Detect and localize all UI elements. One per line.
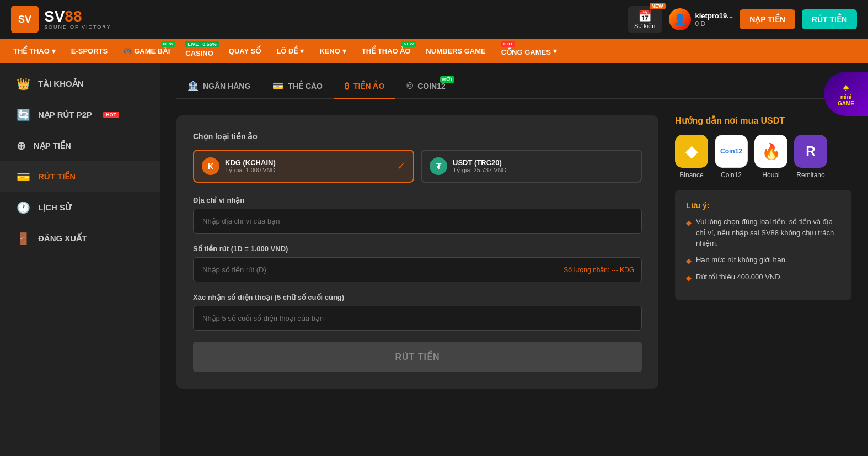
sidebar-item-nap-tien[interactable]: ⊕ NẠP TIỀN	[0, 130, 160, 161]
chevron-down-icon: ▾	[52, 47, 56, 55]
binance-icon: ◆	[675, 135, 708, 168]
form-left: Chọn loại tiền ảo K KDG (KCHAIN) Tỷ giá:…	[176, 115, 658, 389]
kdg-name: KDG (KCHAIN)	[225, 158, 276, 167]
nav-item-lo-de[interactable]: LÔ ĐỀ ▾	[269, 39, 312, 63]
nav-label-numbers-game: NUMBERS GAME	[426, 47, 485, 55]
nav-item-the-thao[interactable]: THỂ THAO ▾	[6, 39, 63, 63]
sidebar: 👑 TÀI KHOẢN 🔄 NẠP RÚT P2P HOT ⊕ NẠP TIỀN…	[0, 63, 160, 456]
nav-item-game-bai[interactable]: NEW 🎮 GAME BÀI	[115, 39, 178, 63]
phone-group: Xác nhận số điện thoại (5 chữ số cuối cù…	[193, 293, 642, 331]
tab-ngan-hang-label: NGÂN HÀNG	[203, 82, 250, 91]
sidebar-label-lich-su: LỊCH SỬ	[38, 203, 72, 213]
kdg-rate: Tỷ giá: 1.000 VND	[225, 167, 276, 174]
tab-the-cao-label: THẺ CÀO	[288, 82, 323, 91]
header: SV SV88 SOUND OF VICTORY NEW 📅 Sự kiện 👤…	[0, 0, 868, 39]
nav-label-game-bai: GAME BÀI	[134, 47, 170, 55]
main-content: 🏦 NGÂN HÀNG 💳 THẺ CÀO ₿ TIỀN ẢO MỚI © CO…	[160, 63, 868, 456]
sidebar-item-lich-su[interactable]: 🕐 LỊCH SỬ	[0, 192, 160, 223]
note-text-1: Hạn mức rút không giới hạn.	[696, 254, 787, 266]
service-coin12[interactable]: Coin12 Coin12	[715, 135, 748, 179]
crypto-option-kdg[interactable]: K KDG (KCHAIN) Tỷ giá: 1.000 VND ✓	[193, 150, 414, 183]
phone-input[interactable]	[193, 306, 642, 331]
service-houbi[interactable]: 🔥 Houbi	[754, 135, 787, 179]
coin12-service-label: Coin12	[721, 171, 742, 179]
service-remitano[interactable]: R Remitano	[794, 135, 827, 179]
user-name: kietpro19...	[695, 12, 733, 20]
nap-tien-header-button[interactable]: NẠP TIỀN	[740, 9, 795, 29]
tab-the-cao[interactable]: 💳 THẺ CÀO	[261, 74, 334, 98]
bank-icon: 🏦	[187, 81, 199, 91]
address-label: Địa chỉ ví nhận	[193, 196, 642, 204]
event-button[interactable]: NEW 📅 Sự kiện	[628, 6, 662, 33]
crypto-option-usdt[interactable]: ₮ USDT (TRC20) Tỷ giá: 25.737 VND	[421, 150, 642, 183]
sidebar-item-rut-tien[interactable]: 💳 RÚT TIỀN	[0, 161, 160, 192]
event-label: Sự kiện	[634, 23, 655, 30]
nav-label-cong-games: CỔNG GAMES	[501, 48, 551, 56]
tab-ngan-hang[interactable]: 🏦 NGÂN HÀNG	[176, 74, 261, 98]
service-binance[interactable]: ◆ Binance	[675, 135, 708, 179]
form-right: Hướng dẫn nơi mua USDT ◆ Binance Coin12 …	[675, 115, 851, 389]
note-item-0: ◆ Vui lòng chọn đúng loại tiền, số tiền …	[686, 216, 840, 249]
game-icon: 🎮	[123, 47, 132, 55]
crypto-options: K KDG (KCHAIN) Tỷ giá: 1.000 VND ✓ ₮	[193, 150, 642, 183]
mini-game-text: mini GAME	[838, 94, 854, 107]
cong-games-hot-badge: HOT	[501, 41, 515, 47]
nav-item-cong-games[interactable]: HOT CỔNG GAMES ▾	[494, 39, 565, 63]
casino-live-badge: LIVE	[185, 41, 201, 47]
coin12-icon: ©	[406, 81, 413, 91]
usdt-info: USDT (TRC20) Tỷ giá: 25.737 VND	[453, 158, 507, 174]
note-box: Lưu ý: ◆ Vui lòng chọn đúng loại tiền, s…	[675, 190, 851, 300]
tab-coin12[interactable]: MỚI © COIN12	[395, 74, 456, 98]
event-new-badge: NEW	[650, 3, 666, 9]
mini-game-corner-badge[interactable]: ♠ mini GAME	[824, 72, 868, 116]
lo-de-chevron: ▾	[300, 47, 304, 55]
sidebar-item-nap-rut-p2p[interactable]: 🔄 NẠP RÚT P2P HOT	[0, 99, 160, 130]
casino-percent-badge: 0.55%	[200, 41, 219, 47]
wallet-icon: 💳	[17, 170, 30, 183]
logo-text: SV88 SOUND OF VICTORY	[44, 9, 111, 30]
nav-label-the-thao-ao: THỂ THAO ẢO	[362, 47, 411, 55]
rut-tien-submit-button[interactable]: RÚT TIỀN	[193, 342, 642, 372]
logout-icon: 🚪	[17, 232, 30, 245]
game-bai-new-badge: NEW	[161, 41, 176, 47]
rut-tien-header-button[interactable]: RÚT TIỀN	[802, 9, 857, 29]
sidebar-label-dang-xuat: ĐĂNG XUẤT	[38, 234, 87, 243]
nav-item-quay-so[interactable]: QUAY SỐ	[221, 39, 269, 63]
nav-item-numbers-game[interactable]: NUMBERS GAME	[418, 39, 493, 63]
add-icon: ⊕	[17, 139, 26, 152]
sidebar-item-dang-xuat[interactable]: 🚪 ĐĂNG XUẤT	[0, 223, 160, 254]
houbi-label: Houbi	[762, 171, 779, 179]
sidebar-label-rut-tien: RÚT TIỀN	[38, 172, 76, 182]
the-thao-ao-new-badge: NEW	[401, 41, 416, 47]
nav-item-keno[interactable]: KENO ▾	[312, 39, 354, 63]
crypto-section-title: Chọn loại tiền ảo	[193, 132, 642, 141]
note-dot-2: ◆	[686, 273, 692, 284]
sidebar-label-nap-rut-p2p: NẠP RÚT P2P	[38, 110, 92, 120]
keno-chevron: ▾	[342, 47, 346, 55]
tabs: 🏦 NGÂN HÀNG 💳 THẺ CÀO ₿ TIỀN ẢO MỚI © CO…	[176, 74, 851, 99]
tab-tien-ao[interactable]: ₿ TIỀN ẢO	[334, 74, 395, 99]
sidebar-item-tai-khoan[interactable]: 👑 TÀI KHOẢN	[0, 68, 160, 99]
form-container: Chọn loại tiền ảo K KDG (KCHAIN) Tỷ giá:…	[176, 115, 851, 389]
nav-item-casino[interactable]: LIVE 0.55% CASINO	[178, 39, 221, 63]
user-area: 👤 kietpro19... 0 D	[669, 8, 733, 30]
note-text-2: Rút tối thiểu 400.000 VND.	[696, 272, 782, 283]
kdg-check: ✓	[397, 160, 405, 172]
main-nav: THỂ THAO ▾ E-SPORTS NEW 🎮 GAME BÀI LIVE …	[0, 39, 868, 63]
remitano-label: Remitano	[796, 171, 824, 179]
address-input[interactable]	[193, 209, 642, 234]
logo-icon: SV	[11, 6, 39, 33]
nav-item-the-thao-ao[interactable]: NEW THỂ THAO ẢO	[354, 39, 419, 63]
nav-label-quay-so: QUAY SỐ	[229, 47, 261, 55]
kdg-info: KDG (KCHAIN) Tỷ giá: 1.000 VND	[225, 158, 276, 174]
amount-label: Số tiền rút (1D = 1.000 VND)	[193, 245, 642, 253]
amount-input-wrapper: Số lượng nhận: --- KDG	[193, 257, 642, 282]
note-title: Lưu ý:	[686, 201, 840, 210]
avatar: 👤	[669, 8, 691, 30]
spade-icon: ♠	[843, 81, 849, 94]
kdg-icon: K	[202, 157, 219, 175]
usdt-name: USDT (TRC20)	[453, 158, 507, 167]
user-info: kietpro19... 0 D	[695, 12, 733, 28]
nav-item-esports[interactable]: E-SPORTS	[63, 39, 115, 63]
binance-label: Binance	[679, 171, 703, 179]
